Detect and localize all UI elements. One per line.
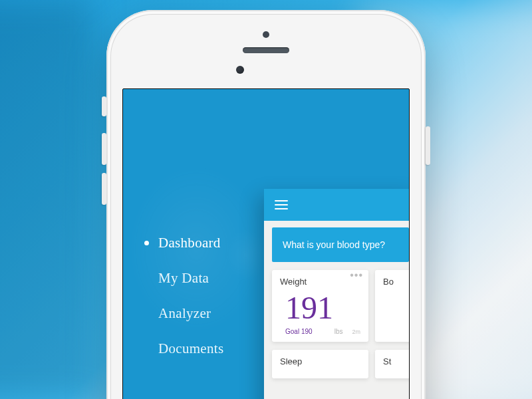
menu-item-analyzer[interactable]: Analyzer [144,296,284,331]
menu-item-label: Documents [158,340,223,357]
earpiece [243,47,289,53]
card-time-ago: 2m [352,329,360,335]
cards-row-1: ••• Weight 191 Goal 190 lbs 2m ••• Bo [264,267,410,350]
card-goal: Goal 190 [285,328,313,335]
menu-item-label: Dashboard [158,235,221,251]
more-icon[interactable]: ••• [350,274,363,277]
banner-text: What is your blood type? [283,239,385,250]
app-top-bar [264,189,410,221]
side-menu: Dashboard My Data Analyzer Documents [144,225,284,366]
phone-screen: Dashboard My Data Analyzer Documents [122,88,410,399]
menu-item-my-data[interactable]: My Data [144,261,284,296]
card-body[interactable]: ••• Bo [375,270,410,342]
card-weight[interactable]: ••• Weight 191 Goal 190 lbs 2m [272,270,368,342]
card-title: Weight [280,277,360,287]
bullet-icon [144,311,149,316]
bullet-icon [144,346,149,351]
proximity-sensor [263,31,269,38]
phone-power-button [426,126,430,165]
card-footer: Goal 190 lbs 2m [285,328,360,335]
menu-item-dashboard[interactable]: Dashboard [144,225,284,261]
phone-device-frame: Dashboard My Data Analyzer Documents [106,10,426,399]
cards-row-2: Sleep St [264,350,410,386]
menu-icon[interactable] [275,200,288,209]
card-title: Sleep [280,356,360,366]
menu-item-documents[interactable]: Documents [144,331,284,366]
card-sleep[interactable]: Sleep [272,350,368,378]
phone-volume-up [102,133,106,165]
question-banner[interactable]: What is your blood type? [272,227,409,262]
card-value: 191 [285,292,360,324]
menu-item-label: My Data [158,270,209,287]
card-steps[interactable]: St [375,350,410,378]
menu-item-label: Analyzer [158,305,211,322]
front-camera [236,66,244,74]
phone-volume-down [102,173,106,205]
card-unit: lbs [334,328,343,335]
phone-mute-switch [102,96,106,116]
app-panel: What is your blood type? ••• Weight 191 … [264,189,410,399]
bullet-icon [144,276,149,281]
card-title: Bo [383,277,410,287]
active-indicator-icon [144,241,149,245]
card-title: St [383,356,410,366]
